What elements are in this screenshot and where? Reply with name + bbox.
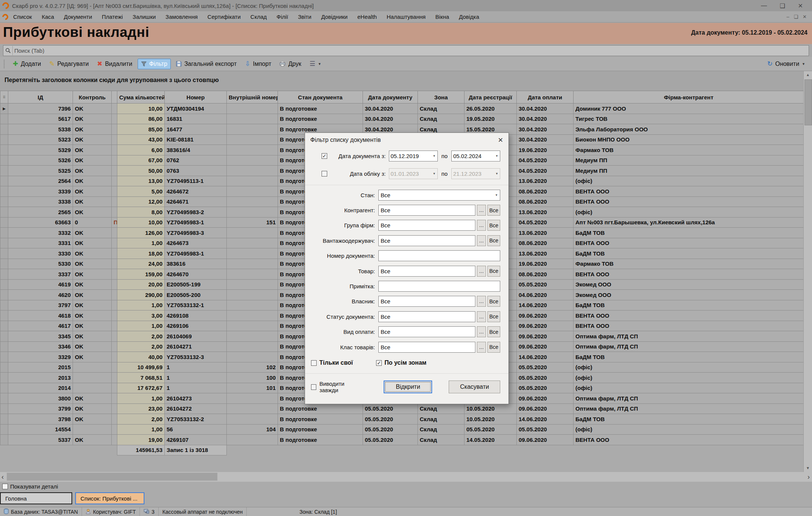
select-all-button[interactable]: Все <box>487 235 500 246</box>
lookup-button[interactable]: … <box>477 311 486 322</box>
menu-item-5[interactable]: Залишки <box>128 14 161 20</box>
delete-button[interactable]: ✖ Видалити <box>94 59 135 69</box>
field-input[interactable] <box>378 281 500 292</box>
date-document-checkbox[interactable]: ✓ <box>322 153 327 159</box>
select-all-button[interactable]: Все <box>487 311 500 322</box>
lookup-button[interactable]: … <box>477 205 486 216</box>
open-button[interactable]: Відкрити <box>384 381 432 393</box>
lookup-button[interactable]: … <box>477 220 486 231</box>
table-row[interactable]: ▶7396OK10,00УТДМ0304194В подготовке30.04… <box>0 104 804 114</box>
window-maximize-icon[interactable]: ❑ <box>780 2 785 9</box>
column-header-2[interactable] <box>112 91 117 104</box>
column-header-9[interactable]: Дата реєстрації <box>464 91 517 104</box>
column-header-3[interactable]: Сума кількостей <box>117 91 165 104</box>
vertical-scroll-thumb[interactable] <box>804 79 812 125</box>
menu-item-3[interactable]: Документи <box>59 14 97 20</box>
only-own-checkbox[interactable] <box>311 360 317 366</box>
column-header-8[interactable]: Зона <box>418 91 464 104</box>
column-header-1[interactable]: Контроль <box>73 91 112 104</box>
scroll-right-icon[interactable]: › <box>807 472 810 482</box>
always-show-checkbox[interactable] <box>311 384 316 390</box>
menu-item-12[interactable]: eHealth <box>352 14 382 20</box>
vertical-scrollbar[interactable]: ▲ ▼ <box>803 71 812 472</box>
table-row[interactable]: 3799OK23,0026104272В подготовке05.05.202… <box>0 403 804 414</box>
tab-home[interactable]: Головна <box>0 492 72 504</box>
column-header-7[interactable]: Дата документу <box>363 91 418 104</box>
field-input[interactable]: Все <box>378 266 475 277</box>
field-input[interactable] <box>378 250 500 261</box>
menu-item-14[interactable]: Вікна <box>431 14 454 20</box>
only-own-toggle[interactable]: Тільки свої <box>311 359 353 366</box>
lookup-button[interactable]: … <box>477 296 486 307</box>
dialog-titlebar[interactable]: Фільтр списку документів ✕ <box>305 133 508 147</box>
export-button[interactable]: Загальний експорт <box>173 59 240 69</box>
all-zones-checkbox[interactable]: ✓ <box>376 360 382 366</box>
field-input[interactable]: Все <box>378 296 475 307</box>
lookup-button[interactable]: … <box>477 235 486 246</box>
field-input[interactable]: Все <box>378 342 475 353</box>
window-close-icon[interactable]: ✕ <box>798 2 803 9</box>
scroll-up-icon[interactable]: ▲ <box>804 71 812 79</box>
date-document-to[interactable]: 05.02.2024▼ <box>451 151 500 161</box>
cancel-button[interactable]: Скасувати <box>449 381 500 393</box>
column-header-10[interactable]: Дата оплати <box>517 91 574 104</box>
select-all-button[interactable]: Все <box>487 220 500 231</box>
menu-item-9[interactable]: Філії <box>272 14 293 20</box>
print-button[interactable]: Друк <box>276 59 304 69</box>
menu-item-10[interactable]: Звіти <box>293 14 316 20</box>
field-input[interactable]: Все <box>378 235 475 246</box>
filter-button[interactable]: Фільтр <box>138 59 171 69</box>
show-details-toggle[interactable]: Показувати деталі <box>2 483 58 490</box>
group-by-zone[interactable]: Перетягніть заголовок колонки сюди для у… <box>0 71 804 91</box>
table-row[interactable]: 5617OK86,0016831В подготовке30.04.2020Ск… <box>0 114 804 124</box>
column-header-11[interactable]: Фірма-контрагент <box>574 91 804 104</box>
select-all-button[interactable]: Все <box>487 326 500 337</box>
horizontal-scrollbar[interactable]: ‹ › <box>0 472 812 482</box>
add-button[interactable]: ✚ Додати <box>10 59 44 69</box>
menu-item-1[interactable]: Список <box>8 14 37 20</box>
menu-item-15[interactable]: Довідка <box>454 14 484 20</box>
date-document-from[interactable]: 05.12.2019▼ <box>389 151 438 161</box>
edit-button[interactable]: ✎ Редагувати <box>46 59 92 69</box>
lookup-button[interactable]: … <box>477 326 486 337</box>
select-all-button[interactable]: Все <box>487 342 500 353</box>
table-row[interactable]: 3798OK2,00YZ70533132-2В подготовке05.05.… <box>0 414 804 425</box>
date-accounting-checkbox[interactable] <box>322 171 327 177</box>
menu-item-2[interactable]: Каса <box>37 14 59 20</box>
column-header-0[interactable]: ІД <box>8 91 73 104</box>
lookup-button[interactable]: … <box>477 342 486 353</box>
scroll-left-icon[interactable]: ‹ <box>2 472 4 482</box>
list-options-button[interactable]: ☰ ▼ <box>307 59 324 68</box>
field-combo[interactable]: Все▼ <box>378 190 500 201</box>
field-input[interactable]: Все <box>378 205 475 216</box>
select-all-button[interactable]: Все <box>487 266 500 277</box>
dialog-close-icon[interactable]: ✕ <box>498 136 503 144</box>
select-all-button[interactable]: Все <box>487 296 500 307</box>
mdi-close-icon[interactable]: ✕ <box>803 14 807 20</box>
import-button[interactable]: ⇩ Імпорт <box>242 59 274 69</box>
menu-item-13[interactable]: Налаштування <box>382 14 431 20</box>
menu-item-4[interactable]: Платежі <box>97 14 128 20</box>
horizontal-scroll-thumb[interactable] <box>7 473 217 481</box>
menu-item-11[interactable]: Довідники <box>316 14 352 20</box>
select-all-button[interactable]: Все <box>487 205 500 216</box>
tab-list-incoming[interactable]: Список: Прибуткові ... <box>75 492 144 504</box>
table-row[interactable]: 5337OK19,004269107В подготовке05.05.2020… <box>0 435 804 445</box>
menu-item-8[interactable]: Склад <box>246 14 272 20</box>
field-input[interactable]: Все <box>378 311 475 322</box>
show-details-checkbox[interactable] <box>2 484 8 489</box>
mdi-restore-icon[interactable]: ❏ <box>794 14 798 20</box>
refresh-button[interactable]: ↻ Оновити ▼ <box>764 59 808 69</box>
scroll-down-icon[interactable]: ▼ <box>804 464 812 472</box>
table-row[interactable]: 145541,0056104В подготовке05.05.2020Скла… <box>0 424 804 435</box>
column-header-5[interactable]: Внутрішній номер <box>227 91 278 104</box>
field-input[interactable]: Все <box>378 220 475 231</box>
menu-item-6[interactable]: Замовлення <box>161 14 202 20</box>
column-header-6[interactable]: Стан документа <box>278 91 363 104</box>
field-input[interactable]: Все <box>378 326 475 337</box>
all-zones-toggle[interactable]: ✓ По усім зонам <box>376 359 426 366</box>
column-header-4[interactable]: Номер <box>165 91 227 104</box>
menu-item-7[interactable]: Сертифікати <box>203 14 246 20</box>
mdi-minimize-icon[interactable]: – <box>786 14 789 20</box>
window-minimize-icon[interactable]: — <box>761 2 767 9</box>
